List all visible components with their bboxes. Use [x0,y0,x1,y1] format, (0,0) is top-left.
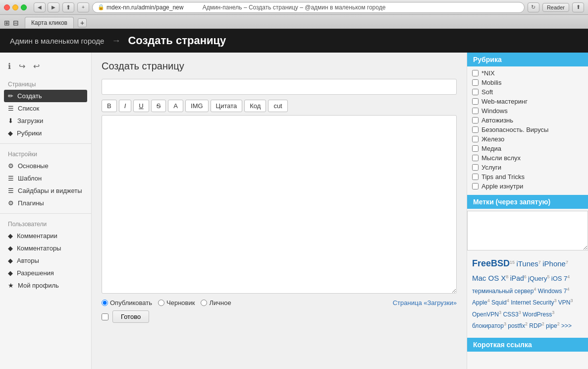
publish-option-draft[interactable]: Черновик [158,299,195,307]
sidebar-item-commentators[interactable]: ◆ Комментаторы [0,242,91,254]
share-right-button[interactable]: ⬆ [572,2,584,12]
tags-title: Метки (через запятую) [467,195,588,209]
category-webmaster-checkbox[interactable] [472,98,479,105]
sidebar-item-authors[interactable]: ◆ Авторы [0,254,91,267]
sidebar-item-myprofile[interactable]: ★ Мой профиль [0,279,91,292]
tag-postfix[interactable]: postfix [508,322,525,329]
strikethrough-button[interactable]: S [151,100,166,112]
underline-button[interactable]: U [133,100,149,112]
sidebar-item-rubrics[interactable]: ◆ Рубрики [0,127,91,139]
tag-openvpn[interactable]: OpenVPN [472,311,499,318]
category-mobilis-checkbox[interactable] [472,79,479,86]
sidebar-item-comments[interactable]: ◆ Комментарии [0,230,91,242]
code-button[interactable]: Код [244,100,266,112]
link-button[interactable]: A [168,100,183,112]
tag-more[interactable]: >>> [561,322,572,329]
category-avtozhizn-checkbox[interactable] [472,117,479,123]
publish-option-private[interactable]: Личное [201,299,231,307]
reader-button[interactable]: Reader [542,3,569,12]
reload-button[interactable]: ↻ [528,2,539,12]
bold-button[interactable]: B [102,100,117,112]
category-media-checkbox[interactable] [472,145,479,152]
category-apple[interactable]: Apple изнутри [467,182,588,191]
draft-radio[interactable] [158,300,164,306]
page-link[interactable]: Страница «Загрузки» [393,299,457,307]
title-input[interactable] [102,79,457,95]
sidebar-item-template[interactable]: ☰ Шаблон [0,172,91,184]
category-avtozhizn[interactable]: Автожизнь [467,116,588,125]
sidebar-item-downloads[interactable]: ⬇ Загрузки [0,115,91,127]
tags-textarea[interactable] [467,211,588,250]
tab-icon-grid[interactable]: ⊟ [13,19,19,27]
minimize-button[interactable] [12,4,18,10]
done-checkbox[interactable] [102,313,108,320]
tag-vpn[interactable]: VPN [558,299,571,306]
sidebar-item-permissions[interactable]: ◆ Разрешения [0,267,91,279]
tag-terminal[interactable]: терминальный сервер [472,288,534,295]
category-security[interactable]: Безопасность. Вирусы [467,125,588,134]
category-tips-checkbox[interactable] [472,174,479,180]
tag-rdp[interactable]: RDP [529,322,541,329]
tag-win7[interactable]: Windows 7 [538,288,567,295]
tag-jquery[interactable]: jQuery [528,275,547,282]
category-media[interactable]: Медиа [467,144,588,153]
sidebar-item-plugins[interactable]: ⚙ Плагины [0,197,91,209]
content-textarea[interactable] [102,115,457,294]
back-button[interactable]: ◀ [34,2,46,12]
img-button[interactable]: IMG [185,100,209,112]
category-tips[interactable]: Tips and Tricks [467,172,588,182]
category-soft[interactable]: Soft [467,87,588,97]
tag-macosx[interactable]: Mac OS X [472,274,506,282]
share-icon[interactable]: ↪ [19,62,25,71]
cut-button[interactable]: cut [268,100,287,112]
tag-wordpress[interactable]: WordPress [523,311,552,318]
tab-icon-home[interactable]: ⊞ [4,19,10,27]
site-brand[interactable]: Админ в маленьком городе [10,37,104,45]
category-webmaster[interactable]: Web-мастеринг [467,97,588,106]
quote-button[interactable]: Цитата [211,100,243,112]
category-nix[interactable]: *NIX [467,68,588,78]
category-windows-checkbox[interactable] [472,108,479,114]
private-radio[interactable] [201,300,207,306]
category-nix-checkbox[interactable] [472,70,479,76]
publish-option-publish[interactable]: Опубликовать [102,299,152,307]
tag-itunes[interactable]: iTunes [516,259,538,268]
italic-button[interactable]: I [119,100,132,112]
done-button[interactable]: Готово [112,310,149,323]
category-mysli-checkbox[interactable] [472,155,479,161]
add-tab-small-button[interactable]: + [77,2,89,12]
logout-icon[interactable]: ↩ [33,62,40,71]
category-zhelezo-checkbox[interactable] [472,136,479,142]
share-button[interactable]: ⬆ [62,2,74,12]
category-apple-checkbox[interactable] [472,183,479,189]
category-uslugi-checkbox[interactable] [472,164,479,171]
info-icon[interactable]: ℹ [8,62,11,71]
tag-css3[interactable]: CSS3 [503,311,518,318]
sidebar-item-create[interactable]: ✏ Создать [4,90,87,102]
tag-internet-security[interactable]: Internet Security [511,299,554,306]
tag-pipe[interactable]: pipe [546,322,557,329]
tag-ipad[interactable]: iPad [510,274,524,282]
sidebar-item-basic[interactable]: ⚙ Основные [0,160,91,172]
maximize-button[interactable] [21,4,27,10]
tab-karta-klikov[interactable]: Карта кликов [25,17,74,28]
publish-radio[interactable] [102,300,108,306]
forward-button[interactable]: ▶ [48,2,59,12]
category-windows[interactable]: Windows [467,106,588,116]
close-button[interactable] [4,4,10,10]
category-zhelezo[interactable]: Железо [467,134,588,144]
tag-iphone[interactable]: iPhone [542,259,566,268]
category-soft-checkbox[interactable] [472,89,479,95]
tag-ios7[interactable]: iOS 7 [551,275,568,282]
sidebar-item-sidebars[interactable]: ☰ Сайдбары и виджеты [0,184,91,197]
tag-apple-brand[interactable]: Apple [472,299,487,306]
sidebar-item-list[interactable]: ☰ Список [0,102,91,115]
category-uslugi[interactable]: Услуги [467,163,588,172]
category-security-checkbox[interactable] [472,126,479,133]
tag-blokirator[interactable]: блокиратор [472,322,504,329]
category-mobilis[interactable]: Mobilis [467,78,588,87]
add-tab-button[interactable]: + [78,18,87,27]
tag-freebsd[interactable]: FreeBSD [472,258,510,268]
category-mysli[interactable]: Мысли вслух [467,153,588,163]
tag-squid[interactable]: Squid [491,299,507,306]
